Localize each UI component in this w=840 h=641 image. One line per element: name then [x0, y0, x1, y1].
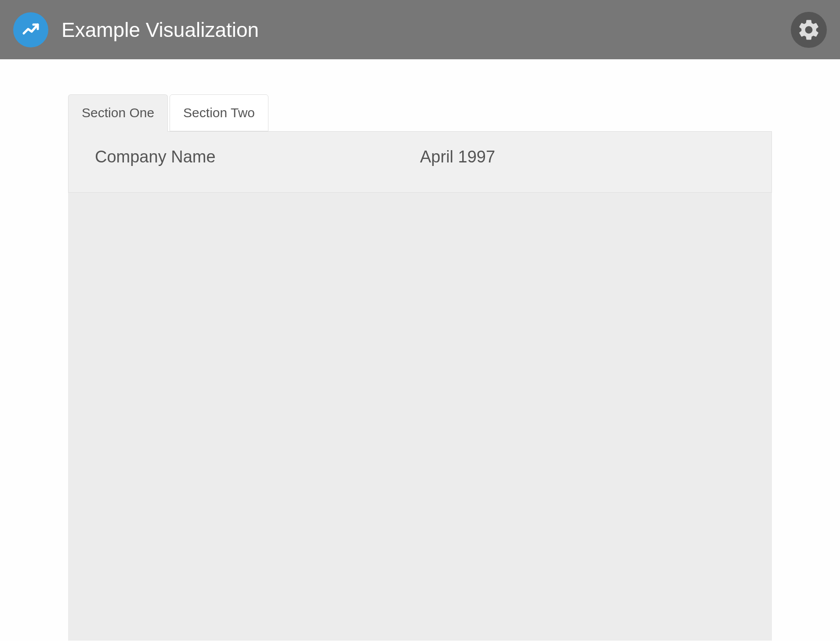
chart-arrow-icon — [20, 19, 41, 40]
tab-section-two[interactable]: Section Two — [170, 94, 268, 131]
content-row: Company Name April 1997 — [69, 132, 771, 182]
settings-button[interactable] — [791, 12, 827, 48]
tab-section-one[interactable]: Section One — [68, 94, 168, 132]
company-name-value: April 1997 — [420, 148, 495, 166]
logo-icon — [13, 12, 48, 47]
gear-icon — [797, 18, 821, 42]
tab-bar: Section One Section Two — [68, 94, 772, 131]
page-title: Example Visualization — [62, 18, 259, 42]
content-panel: Company Name April 1997 — [68, 131, 772, 193]
company-name-label: Company Name — [95, 148, 420, 166]
chart-area — [68, 193, 772, 641]
tab-label: Section One — [82, 105, 154, 120]
app-header: Example Visualization — [0, 0, 840, 59]
tab-label: Section Two — [183, 105, 255, 120]
main-content: Section One Section Two Company Name Apr… — [0, 59, 840, 641]
